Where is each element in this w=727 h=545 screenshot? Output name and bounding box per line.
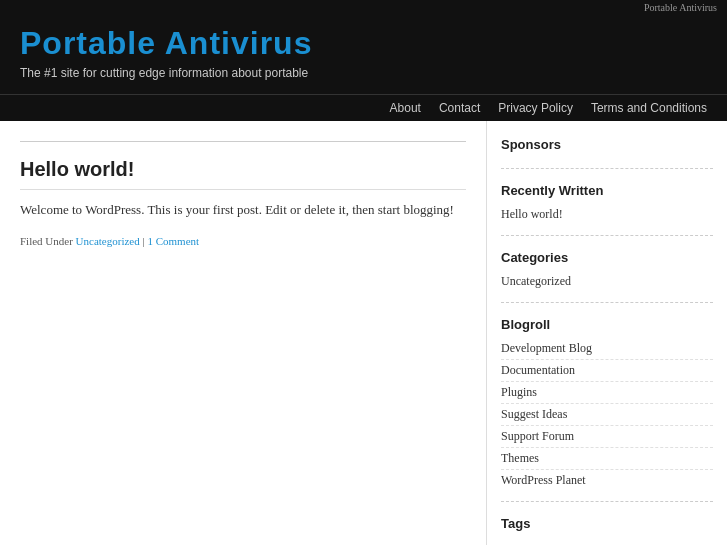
sidebar-item-link[interactable]: Uncategorized: [501, 274, 571, 288]
sidebar-item-link[interactable]: Development Blog: [501, 341, 592, 355]
tagline: The #1 site for cutting edge information…: [20, 66, 707, 80]
sidebar-section-sponsors: Sponsors: [501, 137, 713, 169]
sidebar-item[interactable]: Development Blog: [501, 338, 713, 360]
sidebar-item[interactable]: Uncategorized: [501, 271, 713, 292]
sidebar-item-link[interactable]: Documentation: [501, 363, 575, 377]
sidebar-heading: Recently Written: [501, 183, 713, 198]
sidebar-heading: Categories: [501, 250, 713, 265]
sidebar-item-link[interactable]: Hello world!: [501, 207, 563, 221]
post-title: Hello world!: [20, 158, 466, 190]
sidebar-item[interactable]: WordPress Planet: [501, 470, 713, 491]
sidebar-heading: Sponsors: [501, 137, 713, 152]
header: Portable Antivirus The #1 site for cutti…: [0, 15, 727, 94]
sidebar-section-categories: CategoriesUncategorized: [501, 250, 713, 303]
sidebar-section-tags: Tags: [501, 516, 713, 545]
filed-under-label: Filed Under: [20, 235, 73, 247]
sidebar-item[interactable]: Support Forum: [501, 426, 713, 448]
nav-item-about[interactable]: About: [390, 101, 421, 115]
sidebar: SponsorsRecently WrittenHello world!Cate…: [487, 121, 727, 545]
sidebar-heading: Tags: [501, 516, 713, 531]
top-bar: Portable Antivirus: [0, 0, 727, 15]
comment-link[interactable]: 1 Comment: [147, 235, 199, 247]
content-divider: [20, 141, 466, 142]
sidebar-item-link[interactable]: Suggest Ideas: [501, 407, 567, 421]
nav-item-privacy-policy[interactable]: Privacy Policy: [498, 101, 573, 115]
sidebar-section-blogroll: BlogrollDevelopment BlogDocumentationPlu…: [501, 317, 713, 502]
category-link[interactable]: Uncategorized: [76, 235, 140, 247]
post-body: Welcome to WordPress. This is your first…: [20, 200, 466, 221]
nav-item-contact[interactable]: Contact: [439, 101, 480, 115]
sidebar-item-link[interactable]: Support Forum: [501, 429, 574, 443]
sidebar-item[interactable]: Suggest Ideas: [501, 404, 713, 426]
sidebar-heading: Blogroll: [501, 317, 713, 332]
sidebar-item[interactable]: Plugins: [501, 382, 713, 404]
sidebar-item-link[interactable]: Themes: [501, 451, 539, 465]
sidebar-item-link[interactable]: Plugins: [501, 385, 537, 399]
wrapper: Hello world! Welcome to WordPress. This …: [0, 121, 727, 545]
topbar-link[interactable]: Portable Antivirus: [644, 2, 717, 13]
nav: AboutContactPrivacy PolicyTerms and Cond…: [0, 94, 727, 121]
post-meta: Filed Under Uncategorized | 1 Comment: [20, 235, 466, 247]
sidebar-section-recently-written: Recently WrittenHello world!: [501, 183, 713, 236]
sidebar-item[interactable]: Themes: [501, 448, 713, 470]
content-area: Hello world! Welcome to WordPress. This …: [0, 121, 487, 545]
site-title: Portable Antivirus: [20, 25, 707, 62]
sidebar-item[interactable]: Hello world!: [501, 204, 713, 225]
nav-item-terms-and-conditions[interactable]: Terms and Conditions: [591, 101, 707, 115]
sidebar-item[interactable]: Documentation: [501, 360, 713, 382]
sidebar-item-link[interactable]: WordPress Planet: [501, 473, 586, 487]
